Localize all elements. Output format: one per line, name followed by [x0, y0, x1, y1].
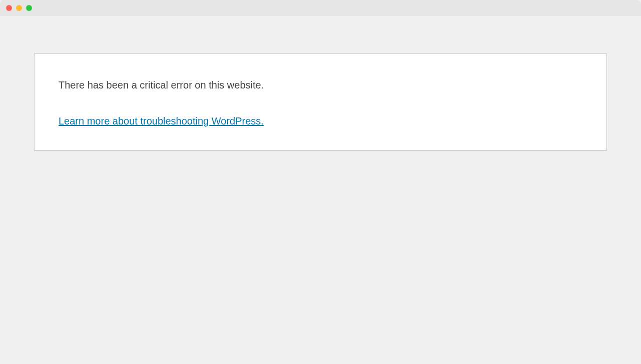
maximize-window-button[interactable] — [26, 5, 32, 11]
error-container: There has been a critical error on this … — [34, 54, 607, 150]
close-window-button[interactable] — [6, 5, 12, 11]
troubleshooting-link[interactable]: Learn more about troubleshooting WordPre… — [59, 116, 264, 126]
minimize-window-button[interactable] — [16, 5, 22, 11]
error-message-text: There has been a critical error on this … — [59, 78, 582, 92]
window-titlebar — [0, 0, 641, 16]
page-content: There has been a critical error on this … — [0, 16, 641, 150]
